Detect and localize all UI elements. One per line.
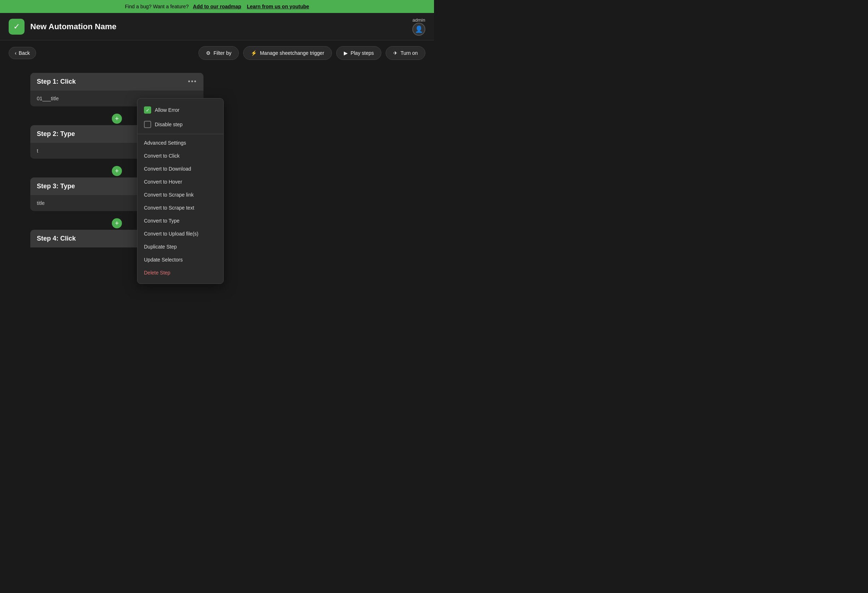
step2-title: Step 2: Type [37, 130, 75, 138]
context-menu: ✓ Allow Error Disable step Advanced Sett… [137, 98, 224, 284]
lightning-icon: ⚡ [251, 50, 257, 56]
logo-symbol: ✓ [13, 22, 20, 31]
step1-value: 01___title [37, 96, 59, 101]
main: Step 1: Click ••• 01___title + Step 2: T… [0, 66, 434, 255]
toolbar: ‹ Back ⚙ Filter by ⚡ Manage sheetchange … [0, 40, 434, 66]
duplicate-step-label: Duplicate Step [144, 244, 177, 249]
back-label: Back [19, 50, 30, 56]
header-left: ✓ New Automation Name [9, 19, 117, 35]
convert-hover-label: Convert to Hover [144, 179, 182, 185]
disable-step-label: Disable step [155, 122, 183, 127]
filter-button[interactable]: ⚙ Filter by [198, 46, 239, 60]
play-steps-button[interactable]: ▶ Play steps [336, 46, 382, 60]
back-button[interactable]: ‹ Back [9, 47, 36, 59]
app-title[interactable]: New Automation Name [30, 22, 117, 31]
admin-label: admin [412, 17, 425, 23]
turn-on-button[interactable]: ✈ Turn on [386, 46, 425, 60]
header: ✓ New Automation Name admin 👤 [0, 13, 434, 40]
step4-title: Step 4: Click [37, 235, 76, 242]
turnon-icon: ✈ [393, 50, 397, 56]
convert-scrape-link-label: Convert to Scrape link [144, 192, 194, 198]
banner-link-youtube[interactable]: Learn from us on youtube [247, 4, 309, 9]
logo: ✓ [9, 19, 25, 35]
convert-type-label: Convert to Type [144, 218, 180, 224]
banner-text: Find a bug? Want a feature? [125, 4, 189, 9]
menu-item-disable-step[interactable]: Disable step [137, 117, 223, 132]
advanced-settings-label: Advanced Settings [144, 140, 186, 146]
step1-menu-button[interactable]: ••• [188, 78, 197, 86]
menu-item-advanced-settings[interactable]: Advanced Settings [137, 136, 223, 149]
filter-label: Filter by [214, 50, 232, 56]
delete-step-label: Delete Step [144, 270, 170, 276]
avatar[interactable]: 👤 [412, 23, 425, 36]
convert-click-label: Convert to Click [144, 153, 180, 159]
filter-icon: ⚙ [206, 50, 211, 56]
step3-value: title [37, 200, 45, 206]
top-banner: Find a bug? Want a feature? Add to our r… [0, 0, 434, 13]
menu-item-update-selectors[interactable]: Update Selectors [137, 253, 223, 266]
step1-title: Step 1: Click [37, 78, 76, 86]
convert-download-label: Convert to Download [144, 166, 191, 172]
play-label: Play steps [351, 50, 374, 56]
play-icon: ▶ [344, 50, 348, 56]
convert-upload-label: Convert to Upload file(s) [144, 231, 198, 237]
menu-item-convert-hover[interactable]: Convert to Hover [137, 175, 223, 188]
step2-value: t [37, 148, 38, 153]
disable-step-checkbox-empty [144, 121, 151, 128]
header-user: admin 👤 [412, 17, 425, 36]
add-after-step3-button[interactable]: + [112, 218, 122, 228]
menu-item-convert-type[interactable]: Convert to Type [137, 214, 223, 227]
menu-item-allow-error[interactable]: ✓ Allow Error [137, 103, 223, 117]
menu-item-convert-scrape-text[interactable]: Convert to Scrape text [137, 201, 223, 214]
menu-item-delete-step[interactable]: Delete Step [137, 266, 223, 279]
manage-label: Manage sheetchange trigger [260, 50, 324, 56]
menu-item-convert-scrape-link[interactable]: Convert to Scrape link [137, 188, 223, 201]
add-after-step1-button[interactable]: + [112, 114, 122, 124]
convert-scrape-text-label: Convert to Scrape text [144, 205, 194, 211]
add-after-step2-button[interactable]: + [112, 166, 122, 176]
allow-error-label: Allow Error [155, 107, 179, 113]
update-selectors-label: Update Selectors [144, 257, 183, 263]
manage-trigger-button[interactable]: ⚡ Manage sheetchange trigger [243, 46, 332, 60]
back-chevron-icon: ‹ [15, 50, 16, 56]
turnon-label: Turn on [400, 50, 418, 56]
allow-error-checkbox-checked: ✓ [144, 106, 151, 114]
step3-title: Step 3: Type [37, 183, 75, 190]
menu-item-convert-upload[interactable]: Convert to Upload file(s) [137, 227, 223, 240]
menu-item-convert-download[interactable]: Convert to Download [137, 162, 223, 175]
menu-item-convert-click[interactable]: Convert to Click [137, 149, 223, 162]
banner-link-roadmap[interactable]: Add to our roadmap [193, 4, 241, 9]
menu-divider-1 [137, 134, 223, 134]
step1-header: Step 1: Click ••• [30, 73, 204, 90]
menu-item-duplicate-step[interactable]: Duplicate Step [137, 240, 223, 253]
